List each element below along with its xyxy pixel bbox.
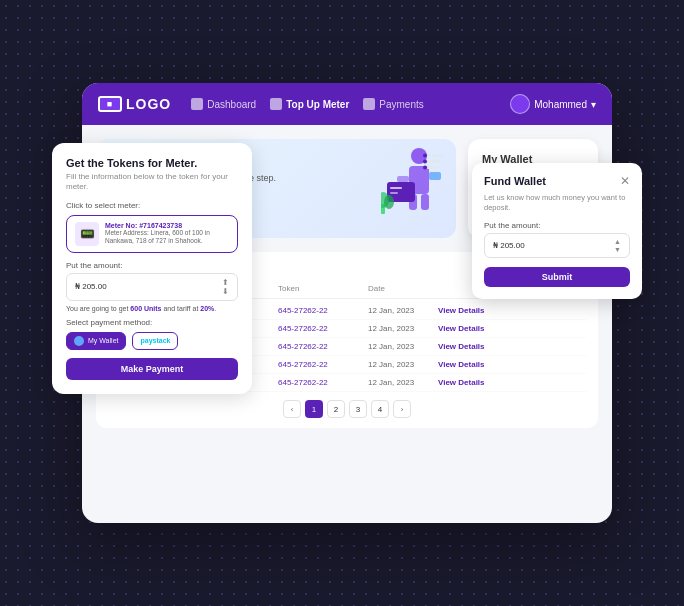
amount-label: Put the amount:: [66, 261, 238, 270]
amount-input[interactable]: ₦ 205.00 ⬆⬇: [66, 273, 238, 301]
svg-rect-5: [421, 194, 429, 210]
nav-items: Dashboard Top Up Meter Payments: [191, 98, 490, 110]
avatar: [510, 94, 530, 114]
fund-subtitle: Let us know how much money you want to d…: [484, 193, 630, 213]
view-details-link[interactable]: View Details: [438, 342, 498, 351]
app-container: ■ LOGO Dashboard Top Up Meter Payments: [52, 63, 632, 543]
prev-page-button[interactable]: ‹: [283, 400, 301, 418]
fund-amount-label: Put the amount:: [484, 221, 630, 230]
logo: ■ LOGO: [98, 96, 171, 112]
token-info: You are going to get 600 Units and tarif…: [66, 305, 238, 312]
next-page-button[interactable]: ›: [393, 400, 411, 418]
svg-rect-12: [427, 154, 443, 157]
panel-title: Get the Tokens for Meter.: [66, 157, 238, 169]
nav-payments[interactable]: Payments: [363, 98, 423, 110]
left-panel: Get the Tokens for Meter. Fill the infor…: [52, 143, 252, 394]
meter-option[interactable]: 📟 Meter No: #7167423738 Meter Address: L…: [66, 215, 238, 253]
page-3-button[interactable]: 3: [349, 400, 367, 418]
user-badge[interactable]: Mohammed ▾: [510, 94, 596, 114]
nav-topup[interactable]: Top Up Meter: [270, 98, 349, 110]
topup-icon: [270, 98, 282, 110]
submit-button[interactable]: Submit: [484, 267, 630, 287]
logo-icon: ■: [98, 96, 122, 112]
wallet-payment-button[interactable]: My Wallet: [66, 332, 126, 350]
click-label: Click to select meter:: [66, 201, 238, 210]
spinner-arrows: ▲ ▼: [614, 238, 621, 253]
fund-amount-input[interactable]: ₦ 205.00 ▲ ▼: [484, 233, 630, 258]
svg-rect-13: [427, 160, 441, 163]
pagination: ‹ 1 2 3 4 ›: [108, 400, 586, 418]
svg-point-16: [423, 160, 427, 164]
chevron-down-icon: ▾: [591, 99, 596, 110]
spinner-icon: ⬆⬇: [222, 278, 229, 296]
paystack-payment-button[interactable]: paystack: [132, 332, 178, 350]
view-details-link[interactable]: View Details: [438, 324, 498, 333]
page-2-button[interactable]: 2: [327, 400, 345, 418]
payment-methods: My Wallet paystack: [66, 332, 238, 350]
col-token: Token: [278, 284, 368, 293]
panel-subtitle: Fill the information below to the token …: [66, 172, 238, 193]
svg-rect-7: [390, 187, 402, 189]
page-1-button[interactable]: 1: [305, 400, 323, 418]
fund-wallet-title: Fund Wallet: [484, 175, 546, 187]
payment-label: Select payment method:: [66, 318, 238, 327]
navbar: ■ LOGO Dashboard Top Up Meter Payments: [82, 83, 612, 125]
svg-point-11: [384, 195, 394, 209]
username: Mohammed: [534, 99, 587, 110]
wallet-icon: [74, 336, 84, 346]
svg-point-17: [423, 166, 427, 170]
nav-dashboard[interactable]: Dashboard: [191, 98, 256, 110]
meter-number: Meter No: #7167423738: [105, 222, 229, 229]
col-date: Date: [368, 284, 438, 293]
svg-point-15: [423, 154, 427, 158]
view-details-link[interactable]: View Details: [438, 360, 498, 369]
svg-rect-2: [397, 176, 409, 182]
payments-icon: [363, 98, 375, 110]
page-4-button[interactable]: 4: [371, 400, 389, 418]
view-details-link[interactable]: View Details: [438, 378, 498, 387]
meter-icon: 📟: [75, 222, 99, 246]
fund-wallet-panel: Fund Wallet ✕ Let us know how much money…: [472, 163, 642, 299]
logo-text: LOGO: [126, 96, 171, 112]
view-details-link[interactable]: View Details: [438, 306, 498, 315]
promo-illustration: [381, 144, 446, 216]
make-payment-button[interactable]: Make Payment: [66, 358, 238, 380]
paystack-logo: paystack: [140, 337, 170, 344]
svg-rect-3: [429, 172, 441, 180]
svg-rect-14: [427, 166, 439, 169]
svg-rect-8: [390, 192, 398, 194]
fund-header: Fund Wallet ✕: [484, 175, 630, 187]
dashboard-icon: [191, 98, 203, 110]
close-button[interactable]: ✕: [620, 175, 630, 187]
meter-address: Meter Address: Linera, 600 of 100 in Nan…: [105, 229, 229, 246]
